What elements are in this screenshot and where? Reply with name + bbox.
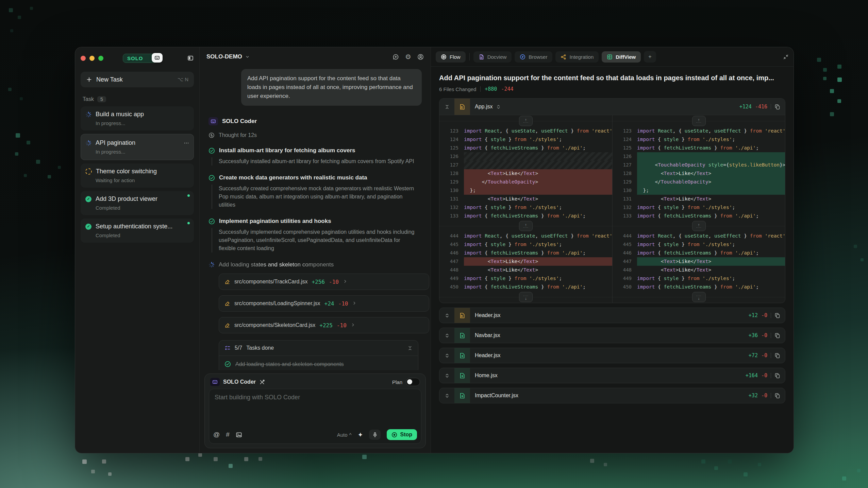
task-item[interactable]: ✓Setup authentication syste... Completed (81, 219, 194, 243)
todo-check-icon (224, 361, 231, 367)
edit-file-icon (224, 301, 230, 307)
expand-down-button[interactable]: ····↓ (519, 292, 533, 302)
line-number: 130 (613, 186, 637, 195)
line-number: 124 (613, 135, 637, 144)
copy-icon[interactable] (774, 333, 780, 338)
plan-toggle[interactable] (406, 378, 420, 386)
task-menu-icon[interactable] (184, 140, 189, 146)
expand-down-button[interactable]: ····↓ (692, 292, 706, 302)
expand-file-icon[interactable] (439, 313, 454, 318)
stop-button[interactable]: Stop (387, 429, 417, 440)
tab-flow[interactable]: Flow (436, 51, 466, 63)
mention-icon[interactable]: @ (213, 431, 220, 438)
copy-icon[interactable] (774, 353, 780, 359)
copy-icon[interactable] (774, 104, 780, 110)
message-input[interactable]: Start building with SOLO Coder @ # Auto … (209, 389, 421, 444)
input-placeholder: Start building with SOLO Coder (215, 394, 416, 401)
expand-file-icon[interactable] (439, 333, 454, 338)
new-task-button[interactable]: New Task ⌥ N (81, 72, 194, 87)
zoom-button[interactable] (98, 56, 103, 61)
added-file-icon (454, 328, 470, 343)
gear-icon[interactable]: ⚙ (405, 53, 411, 61)
expand-file-icon[interactable] (439, 393, 454, 398)
add-tab-button[interactable]: + (644, 51, 656, 63)
spinner-icon (85, 140, 91, 146)
agent-step[interactable]: Install album-art library for fetching a… (208, 147, 422, 154)
copy-icon[interactable] (774, 313, 780, 318)
changed-file-row[interactable]: ImpactCounter.jsx +32 -0 (439, 388, 785, 403)
line-number: 448 (439, 266, 464, 274)
expand-up-button[interactable]: ↑···· (692, 116, 706, 126)
tools-icon[interactable] (259, 379, 265, 385)
file-chip[interactable]: src/components/LoadingSpinner.jsx +24 -1… (219, 295, 429, 312)
image-icon[interactable] (236, 432, 242, 438)
new-chat-icon[interactable] (393, 54, 399, 60)
diff-line: 123 import React, { useState, useEffect … (613, 127, 785, 135)
file-chip[interactable]: src/components/SkeletonCard.jsx +225 -10 (219, 317, 429, 333)
close-button[interactable] (81, 56, 86, 61)
task-item[interactable]: Theme color switching Waiting for action (81, 163, 194, 188)
sidebar-toggle-icon[interactable] (187, 55, 194, 61)
task-section-label: Task (83, 96, 94, 102)
agent-step-active[interactable]: Add loading states and skeleton componen… (208, 261, 422, 268)
tab-browser[interactable]: Browser (515, 51, 552, 63)
line-number: 445 (613, 240, 637, 249)
task-item[interactable]: API pagination In progress... (81, 134, 194, 160)
sort-icon[interactable] (496, 104, 501, 109)
expand-up-button[interactable]: ↑···· (692, 221, 706, 231)
diff-expander: ↑···· (439, 220, 612, 232)
line-number: 444 (613, 232, 637, 240)
agent-step[interactable]: Implement pagination utilities and hooks (208, 218, 422, 225)
task-item[interactable]: ✓Add 3D product viewer Completed (81, 191, 194, 215)
task-item[interactable]: Build a music app In progress... (81, 106, 194, 130)
task-title: Theme color switching (96, 168, 189, 175)
line-number: 123 (439, 127, 464, 135)
diff-line: 126 (613, 152, 785, 161)
collapse-icon[interactable] (407, 346, 413, 351)
caret-up-icon: ^ (349, 432, 351, 438)
chip-added: +24 (324, 300, 334, 307)
thought-row[interactable]: Thought for 12s (208, 132, 422, 138)
shrink-icon[interactable] (783, 54, 789, 60)
copy-icon[interactable] (774, 393, 780, 399)
todo-item[interactable]: Add loading states and skeleton componen… (219, 356, 418, 370)
sparkle-icon[interactable]: ✦ (358, 431, 363, 439)
mode-selector[interactable]: Auto ^ (337, 432, 352, 438)
chat-scroll[interactable]: Add API pagination support for the conte… (200, 66, 431, 370)
check-icon: ✓ (85, 196, 91, 202)
tab-diffview[interactable]: DiffView (602, 51, 641, 63)
diff-line: 132 import { style } from './styles'; (439, 203, 612, 212)
sidebar: SOLO New Task ⌥ N Task 5 Build a music a… (75, 47, 200, 453)
project-title: SOLO-DEMO (206, 53, 242, 60)
mic-icon[interactable] (369, 430, 381, 440)
minimize-button[interactable] (89, 56, 95, 61)
diff-file-name: App.jsx (475, 104, 493, 110)
agent-step[interactable]: Create mock data generators with realist… (208, 174, 422, 181)
changed-file-row[interactable]: Home.jsx +164 -0 (439, 368, 785, 383)
chevron-down-icon[interactable] (245, 54, 250, 59)
agent-name: SOLO Coder (222, 118, 257, 125)
diff-line: 127 (439, 161, 612, 169)
diff-line: 133 import { fetchLiveStreams } from './… (613, 212, 785, 220)
changed-file-row[interactable]: Header.jsx +12 -0 (439, 308, 785, 323)
changed-file-row[interactable]: Navbar.jsx +36 -0 (439, 328, 785, 343)
hash-icon[interactable]: # (226, 431, 230, 438)
composer: SOLO Coder Plan Start building with SOLO… (204, 373, 426, 448)
spinner-icon (85, 111, 91, 118)
copy-icon[interactable] (774, 373, 780, 379)
expand-file-icon[interactable] (439, 373, 454, 378)
chat-panel: SOLO-DEMO ⚙ Add API pagination support f… (200, 47, 431, 453)
tab-docview[interactable]: Docview (473, 51, 512, 63)
expand-up-button[interactable]: ↑···· (519, 221, 533, 231)
expand-up-button[interactable]: ↑···· (519, 116, 533, 126)
todo-text: Add loading states and skeleton componen… (235, 361, 344, 367)
row-added: +32 (749, 393, 758, 399)
unread-dot (187, 194, 190, 197)
file-chip[interactable]: src/components/TrackCard.jsx +256 -10 (219, 274, 429, 290)
collapse-file-icon[interactable] (439, 104, 454, 109)
expand-file-icon[interactable] (439, 353, 454, 358)
tab-integration[interactable]: Integration (555, 51, 599, 63)
account-icon[interactable] (417, 54, 424, 60)
line-number: 126 (439, 152, 464, 161)
changed-file-row[interactable]: Header.jsx +72 -0 (439, 348, 785, 363)
